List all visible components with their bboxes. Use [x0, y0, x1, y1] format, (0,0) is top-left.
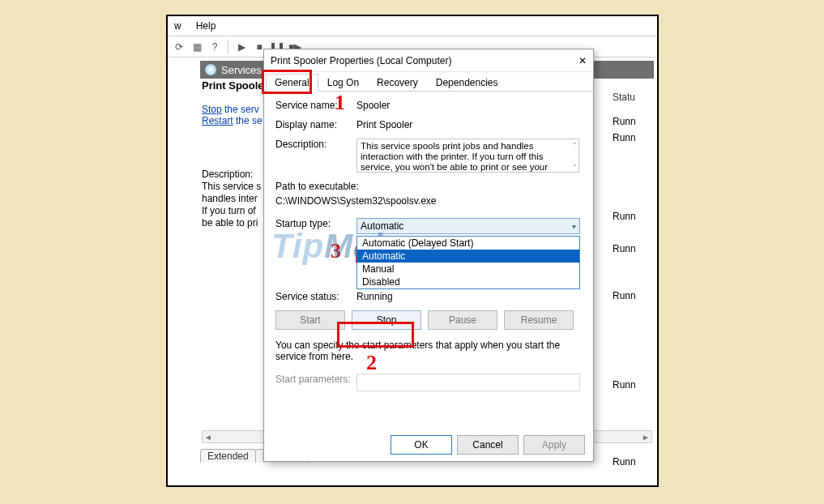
properties-dialog: Print Spooler Properties (Local Computer… [263, 49, 594, 462]
startup-type-select[interactable]: Automatic ▾ [356, 218, 580, 234]
tab-logon[interactable]: Log On [318, 74, 368, 91]
actions-block: Stop the serv Restart the se [202, 104, 263, 126]
dropdown-option-delayed[interactable]: Automatic (Delayed Start) [357, 237, 579, 250]
scroll-up-icon[interactable]: ˄ [573, 141, 577, 152]
dialog-tabs: General Log On Recovery Dependencies 1 [264, 72, 593, 92]
dialog-title-text: Print Spooler Properties (Local Computer… [271, 55, 451, 66]
status-cell: Runn [613, 241, 636, 257]
description-block: Description: This service s handles inte… [202, 169, 265, 229]
menu-bar: w Help [168, 16, 657, 36]
control-buttons: Start Stop Pause Resume [275, 310, 582, 330]
restart-suffix: the se [233, 115, 263, 126]
tab-dependencies[interactable]: Dependencies [427, 74, 507, 91]
resume-button[interactable]: Resume [504, 310, 574, 330]
description-box: This service spools print jobs and handl… [356, 139, 579, 173]
status-cell: Runn [613, 288, 636, 304]
dialog-buttons: OK Cancel Apply [391, 435, 585, 455]
stop-button[interactable]: Stop [352, 310, 421, 330]
service-status-label: Service status: [275, 291, 356, 302]
path-value: C:\WINDOWS\System32\spoolsv.exe [275, 195, 582, 207]
start-button[interactable]: Start [275, 310, 345, 330]
startup-type-label: Startup type: [275, 218, 356, 229]
startup-selected-value: Automatic [361, 220, 403, 232]
display-name-label: Display name: [275, 119, 356, 130]
status-cell: Runn [613, 454, 636, 470]
gear-icon [205, 64, 216, 75]
dropdown-option-automatic[interactable]: Automatic [357, 250, 579, 263]
scroll-right-icon[interactable]: ► [642, 433, 650, 442]
service-name-value: Spooler [356, 100, 582, 111]
selected-service-title: Print Spooler [202, 79, 268, 92]
close-icon[interactable]: ✕ [579, 55, 587, 66]
scroll-left-icon[interactable]: ◄ [204, 433, 212, 442]
pause-button[interactable]: Pause [428, 310, 497, 330]
stop-link[interactable]: Stop [202, 104, 222, 115]
path-label: Path to executable: [275, 181, 582, 192]
desc-scrollbar[interactable]: ˄˅ [573, 141, 577, 173]
startup-dropdown[interactable]: Automatic (Delayed Start) Automatic Manu… [356, 236, 580, 289]
status-column: Runn Runn Runn Runn Runn Runn Runn [613, 113, 636, 470]
hint-text: You can specify the start parameters tha… [275, 340, 583, 362]
refresh-icon[interactable]: ⟳ [171, 39, 187, 55]
tab-recovery[interactable]: Recovery [368, 74, 427, 91]
apply-button[interactable]: Apply [523, 435, 585, 455]
scroll-down-icon[interactable]: ˅ [573, 163, 577, 173]
desc-label: Description: [202, 169, 253, 180]
annotation-number-3: 3 [331, 239, 341, 263]
help-icon[interactable]: ? [207, 39, 223, 55]
dropdown-option-disabled[interactable]: Disabled [357, 275, 579, 288]
start-parameters-input[interactable] [356, 374, 580, 391]
tab-extended[interactable]: Extended [200, 449, 256, 463]
status-cell: Runn [613, 130, 636, 146]
status-cell: Runn [613, 208, 636, 224]
status-cell: Runn [613, 377, 636, 393]
stop-suffix: the serv [222, 104, 259, 115]
chevron-down-icon: ▾ [572, 222, 576, 231]
service-status-value: Running [356, 291, 582, 302]
ok-button[interactable]: OK [391, 435, 452, 455]
cancel-button[interactable]: Cancel [457, 435, 519, 455]
dialog-body: Service name: Spooler Display name: Prin… [264, 92, 593, 432]
menu-item-help[interactable]: Help [196, 20, 216, 32]
menu-item-view-truncated[interactable]: w [174, 20, 181, 32]
status-cell: Runn [613, 113, 636, 130]
description-label: Description: [275, 139, 356, 150]
dialog-titlebar: Print Spooler Properties (Local Computer… [264, 49, 593, 72]
status-column-header: Statu [613, 92, 653, 103]
service-name-label: Service name: [275, 100, 356, 111]
restart-link[interactable]: Restart [202, 115, 233, 126]
start-parameters-label: Start parameters: [275, 374, 356, 385]
display-name-value: Print Spooler [356, 119, 582, 130]
desc-text: This service s handles inter If you turn… [202, 181, 261, 229]
play-icon[interactable]: ▶ [233, 39, 250, 55]
export-icon[interactable]: ▦ [189, 39, 205, 55]
tab-general[interactable]: General [266, 74, 318, 92]
dropdown-option-manual[interactable]: Manual [357, 263, 579, 275]
description-text: This service spools print jobs and handl… [361, 141, 548, 173]
